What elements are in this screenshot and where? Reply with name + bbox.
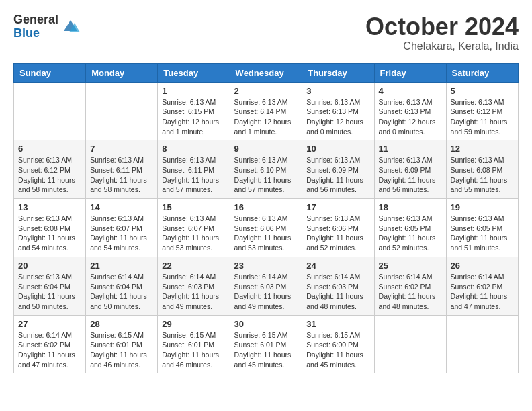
logo-general: General: [13, 13, 58, 27]
calendar-cell: 5Sunrise: 6:13 AM Sunset: 6:12 PM Daylig…: [446, 82, 518, 140]
day-number: 26: [451, 261, 514, 271]
month-title: October 2024: [365, 13, 519, 40]
day-info: Sunrise: 6:13 AM Sunset: 6:04 PM Dayligh…: [18, 272, 81, 312]
day-number: 19: [451, 202, 514, 212]
day-info: Sunrise: 6:14 AM Sunset: 6:03 PM Dayligh…: [162, 272, 225, 312]
day-number: 14: [90, 202, 153, 212]
calendar-cell: 3Sunrise: 6:13 AM Sunset: 6:13 PM Daylig…: [302, 82, 374, 140]
day-number: 25: [379, 261, 442, 271]
calendar-cell: [374, 315, 446, 373]
day-number: 24: [306, 261, 369, 271]
logo-text: General Blue: [13, 13, 58, 40]
day-info: Sunrise: 6:13 AM Sunset: 6:05 PM Dayligh…: [379, 214, 442, 253]
day-number: 10: [306, 144, 369, 154]
calendar-week-row: 13Sunrise: 6:13 AM Sunset: 6:08 PM Dayli…: [14, 199, 519, 257]
day-info: Sunrise: 6:13 AM Sunset: 6:07 PM Dayligh…: [90, 214, 153, 253]
calendar-cell: 13Sunrise: 6:13 AM Sunset: 6:08 PM Dayli…: [14, 199, 86, 257]
header-sunday: Sunday: [14, 63, 86, 82]
calendar-cell: 19Sunrise: 6:13 AM Sunset: 6:05 PM Dayli…: [446, 199, 518, 257]
day-number: 21: [90, 261, 153, 271]
day-info: Sunrise: 6:13 AM Sunset: 6:09 PM Dayligh…: [379, 155, 442, 195]
calendar-cell: 2Sunrise: 6:13 AM Sunset: 6:14 PM Daylig…: [230, 82, 302, 140]
day-number: 30: [234, 319, 298, 329]
day-info: Sunrise: 6:13 AM Sunset: 6:05 PM Dayligh…: [451, 214, 514, 253]
header-tuesday: Tuesday: [158, 63, 230, 82]
calendar-cell: 25Sunrise: 6:14 AM Sunset: 6:02 PM Dayli…: [374, 257, 446, 315]
day-number: 4: [379, 86, 442, 96]
day-info: Sunrise: 6:13 AM Sunset: 6:06 PM Dayligh…: [306, 214, 369, 253]
calendar-cell: 20Sunrise: 6:13 AM Sunset: 6:04 PM Dayli…: [14, 257, 86, 315]
logo-icon: [61, 17, 80, 36]
day-info: Sunrise: 6:13 AM Sunset: 6:12 PM Dayligh…: [18, 155, 81, 195]
day-number: 11: [379, 144, 442, 154]
logo: General Blue: [13, 13, 80, 40]
calendar-cell: 30Sunrise: 6:15 AM Sunset: 6:01 PM Dayli…: [230, 315, 302, 373]
day-number: 3: [306, 86, 369, 96]
day-info: Sunrise: 6:14 AM Sunset: 6:02 PM Dayligh…: [451, 272, 514, 312]
calendar-cell: 10Sunrise: 6:13 AM Sunset: 6:09 PM Dayli…: [302, 140, 374, 199]
day-number: 1: [162, 86, 225, 96]
day-number: 12: [451, 144, 514, 154]
day-info: Sunrise: 6:13 AM Sunset: 6:13 PM Dayligh…: [379, 97, 442, 137]
calendar-cell: 9Sunrise: 6:13 AM Sunset: 6:10 PM Daylig…: [230, 140, 302, 199]
day-info: Sunrise: 6:15 AM Sunset: 6:00 PM Dayligh…: [306, 330, 369, 370]
day-number: 13: [18, 202, 81, 212]
day-info: Sunrise: 6:14 AM Sunset: 6:02 PM Dayligh…: [18, 330, 81, 370]
day-info: Sunrise: 6:15 AM Sunset: 6:01 PM Dayligh…: [90, 330, 153, 370]
location: Chelakara, Kerala, India: [365, 40, 519, 52]
day-number: 23: [234, 261, 298, 271]
calendar-week-row: 20Sunrise: 6:13 AM Sunset: 6:04 PM Dayli…: [14, 257, 519, 315]
calendar-header-row: SundayMondayTuesdayWednesdayThursdayFrid…: [14, 63, 519, 82]
day-number: 29: [162, 319, 225, 329]
day-info: Sunrise: 6:13 AM Sunset: 6:11 PM Dayligh…: [90, 155, 153, 195]
day-info: Sunrise: 6:14 AM Sunset: 6:04 PM Dayligh…: [90, 272, 153, 312]
day-number: 6: [18, 144, 81, 154]
day-info: Sunrise: 6:13 AM Sunset: 6:08 PM Dayligh…: [451, 155, 514, 195]
day-info: Sunrise: 6:13 AM Sunset: 6:14 PM Dayligh…: [234, 97, 298, 137]
day-number: 20: [18, 261, 81, 271]
calendar-cell: 22Sunrise: 6:14 AM Sunset: 6:03 PM Dayli…: [158, 257, 230, 315]
calendar-cell: 26Sunrise: 6:14 AM Sunset: 6:02 PM Dayli…: [446, 257, 518, 315]
calendar-table: SundayMondayTuesdayWednesdayThursdayFrid…: [13, 63, 519, 374]
day-number: 28: [90, 319, 153, 329]
header-wednesday: Wednesday: [230, 63, 302, 82]
day-info: Sunrise: 6:13 AM Sunset: 6:06 PM Dayligh…: [234, 214, 298, 253]
day-number: 2: [234, 86, 298, 96]
calendar-cell: 23Sunrise: 6:14 AM Sunset: 6:03 PM Dayli…: [230, 257, 302, 315]
logo-blue: Blue: [13, 27, 58, 40]
day-info: Sunrise: 6:14 AM Sunset: 6:03 PM Dayligh…: [234, 272, 298, 312]
day-info: Sunrise: 6:15 AM Sunset: 6:01 PM Dayligh…: [162, 330, 225, 370]
calendar-cell: 21Sunrise: 6:14 AM Sunset: 6:04 PM Dayli…: [86, 257, 158, 315]
title-block: October 2024 Chelakara, Kerala, India: [365, 13, 519, 52]
calendar-cell: 6Sunrise: 6:13 AM Sunset: 6:12 PM Daylig…: [14, 140, 86, 199]
calendar-cell: [86, 82, 158, 140]
day-number: 27: [18, 319, 81, 329]
day-info: Sunrise: 6:13 AM Sunset: 6:13 PM Dayligh…: [306, 97, 369, 137]
day-number: 15: [162, 202, 225, 212]
calendar-week-row: 27Sunrise: 6:14 AM Sunset: 6:02 PM Dayli…: [14, 315, 519, 373]
calendar-cell: 16Sunrise: 6:13 AM Sunset: 6:06 PM Dayli…: [230, 199, 302, 257]
header-thursday: Thursday: [302, 63, 374, 82]
day-info: Sunrise: 6:13 AM Sunset: 6:08 PM Dayligh…: [18, 214, 81, 253]
day-number: 9: [234, 144, 298, 154]
calendar-cell: 12Sunrise: 6:13 AM Sunset: 6:08 PM Dayli…: [446, 140, 518, 199]
day-info: Sunrise: 6:15 AM Sunset: 6:01 PM Dayligh…: [234, 330, 298, 370]
day-info: Sunrise: 6:13 AM Sunset: 6:12 PM Dayligh…: [451, 97, 514, 137]
header-monday: Monday: [86, 63, 158, 82]
calendar-cell: 11Sunrise: 6:13 AM Sunset: 6:09 PM Dayli…: [374, 140, 446, 199]
calendar-cell: 14Sunrise: 6:13 AM Sunset: 6:07 PM Dayli…: [86, 199, 158, 257]
calendar-cell: 7Sunrise: 6:13 AM Sunset: 6:11 PM Daylig…: [86, 140, 158, 199]
calendar-cell: 31Sunrise: 6:15 AM Sunset: 6:00 PM Dayli…: [302, 315, 374, 373]
day-number: 5: [451, 86, 514, 96]
calendar-cell: 29Sunrise: 6:15 AM Sunset: 6:01 PM Dayli…: [158, 315, 230, 373]
day-info: Sunrise: 6:14 AM Sunset: 6:02 PM Dayligh…: [379, 272, 442, 312]
day-number: 16: [234, 202, 298, 212]
day-number: 22: [162, 261, 225, 271]
day-number: 31: [306, 319, 369, 329]
calendar-cell: 24Sunrise: 6:14 AM Sunset: 6:03 PM Dayli…: [302, 257, 374, 315]
day-number: 18: [379, 202, 442, 212]
header-friday: Friday: [374, 63, 446, 82]
calendar-week-row: 1Sunrise: 6:13 AM Sunset: 6:15 PM Daylig…: [14, 82, 519, 140]
calendar-cell: 1Sunrise: 6:13 AM Sunset: 6:15 PM Daylig…: [158, 82, 230, 140]
calendar-cell: 18Sunrise: 6:13 AM Sunset: 6:05 PM Dayli…: [374, 199, 446, 257]
